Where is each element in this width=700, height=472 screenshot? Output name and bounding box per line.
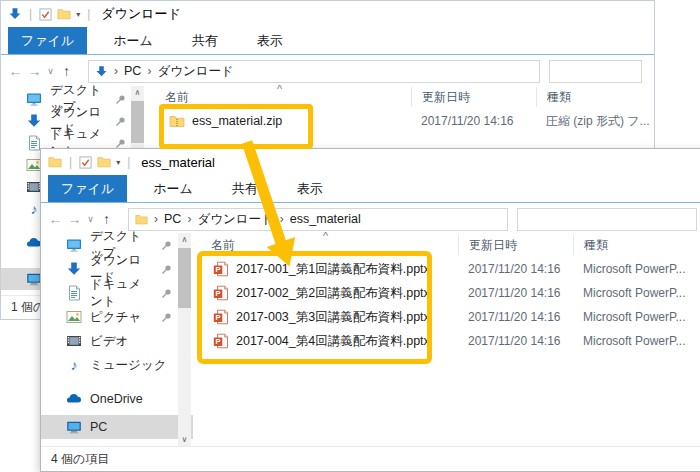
qat-caret-icon[interactable]: ▾ [116, 158, 120, 167]
powerpoint-file-icon: P [213, 333, 229, 349]
pin-icon [161, 312, 172, 323]
forward-button[interactable]: → [25, 63, 44, 79]
column-header-date[interactable]: 更新日時 [411, 87, 536, 107]
folder-icon [48, 155, 62, 169]
sidebar-label: OneDrive [90, 392, 143, 406]
tab-home[interactable]: ホーム [100, 27, 166, 54]
customize-checkbox-icon[interactable] [79, 156, 92, 169]
sidebar-item-onedrive[interactable]: OneDrive [41, 387, 193, 411]
column-headers: 名前 更新日時 種類 [149, 86, 654, 108]
column-headers: 名前 更新日時 種類 [195, 233, 700, 257]
qat-separator: | [127, 155, 130, 169]
music-icon: ♪ [66, 357, 82, 373]
crumb-sep-icon: › [280, 212, 284, 226]
file-date: 2017/11/20 14:16 [411, 114, 536, 128]
svg-text:P: P [215, 337, 220, 346]
file-name: 2017-003_第3回講義配布資料.pptx [236, 309, 430, 326]
column-header-type[interactable]: 種類 [573, 235, 700, 255]
back-button[interactable]: ← [46, 211, 65, 227]
tab-view[interactable]: 表示 [284, 175, 336, 202]
file-type: 圧縮 (zip 形式) フ... [536, 113, 650, 130]
file-name: 2017-004_第4回講義配布資料.pptx [236, 333, 430, 350]
downloads-icon [26, 113, 42, 129]
sort-indicator[interactable]: ^ [323, 230, 328, 242]
sidebar-item-pictures[interactable]: ピクチャ [41, 305, 193, 329]
sidebar-item-videos[interactable]: ビデオ [41, 329, 193, 353]
column-header-type[interactable]: 種類 [536, 87, 654, 107]
folder-icon[interactable] [57, 7, 71, 21]
column-header-date[interactable]: 更新日時 [458, 235, 573, 255]
desktop: | ▾ | ダウンロード ファイル ホーム 共有 表示 ← → ∨ ↑ › PC… [0, 0, 700, 472]
desktop-icon [66, 237, 82, 253]
svg-text:P: P [215, 313, 220, 322]
breadcrumb-downloads[interactable]: ダウンロード [197, 211, 273, 228]
address-bar[interactable]: › PC › ダウンロード [88, 60, 540, 83]
pin-icon [161, 240, 172, 251]
file-type: Microsoft PowerP... [573, 310, 685, 324]
svg-text:P: P [215, 265, 220, 274]
sidebar-label: ビデオ [90, 333, 128, 350]
qat-separator: | [29, 7, 32, 21]
window-body: デスクトップ ダウンロード ドキュメント ピクチャ [41, 233, 700, 447]
scroll-thumb[interactable] [178, 248, 191, 308]
desktop-icon [26, 91, 42, 107]
file-row[interactable]: P 2017-004_第4回講義配布資料.pptx 2017/11/20 14:… [195, 329, 700, 353]
scroll-up-button[interactable]: ∧ [178, 233, 191, 247]
file-row[interactable]: P 2017-003_第3回講義配布資料.pptx 2017/11/20 14:… [195, 305, 700, 329]
qat-caret-icon[interactable]: ▾ [76, 10, 80, 19]
file-row[interactable]: ess_material.zip 2017/11/20 14:16 圧縮 (zi… [149, 108, 654, 134]
sidebar-scrollbar[interactable]: ∧ ∨ [178, 233, 191, 447]
downloads-icon [66, 261, 82, 277]
pin-icon [115, 94, 126, 105]
sidebar-item-pc[interactable]: PC [41, 415, 193, 439]
back-button[interactable]: ← [6, 63, 25, 79]
tab-file[interactable]: ファイル [8, 27, 87, 54]
tab-share[interactable]: 共有 [219, 175, 271, 202]
file-type: Microsoft PowerP... [573, 286, 685, 300]
powerpoint-file-icon: P [213, 285, 229, 301]
file-row[interactable]: P 2017-001_第1回講義配布資料.pptx 2017/11/20 14:… [195, 257, 700, 281]
sort-indicator[interactable]: ^ [277, 83, 282, 95]
breadcrumb-ess-material[interactable]: ess_material [290, 212, 361, 226]
sidebar-item-music[interactable]: ♪ ミュージック [41, 353, 193, 377]
scroll-up-button[interactable]: ∧ [131, 86, 144, 100]
title-bar: | ▾ | ess_material [41, 149, 700, 175]
folder-icon[interactable] [97, 155, 111, 169]
scroll-thumb[interactable] [131, 101, 144, 143]
tab-share[interactable]: 共有 [179, 27, 231, 54]
tab-home[interactable]: ホーム [140, 175, 206, 202]
breadcrumb-downloads[interactable]: ダウンロード [157, 63, 233, 80]
up-button[interactable]: ↑ [57, 63, 76, 79]
file-date: 2017/11/20 14:16 [458, 286, 573, 300]
breadcrumb-pc[interactable]: PC [124, 64, 141, 78]
pin-icon [115, 138, 126, 149]
up-button[interactable]: ↑ [97, 211, 116, 227]
search-box[interactable] [549, 60, 642, 83]
recent-locations-button[interactable]: ∨ [84, 214, 97, 224]
scroll-down-button[interactable]: ∨ [178, 433, 191, 447]
file-date: 2017/11/20 14:16 [458, 262, 573, 276]
powerpoint-file-icon: P [213, 309, 229, 325]
file-list: ^ 名前 更新日時 種類 P 2017-001_第1回講義配布資料.pptx 2… [195, 233, 700, 447]
recent-locations-button[interactable]: ∨ [44, 66, 57, 76]
sidebar-label: ミュージック [90, 357, 166, 374]
file-name: ess_material.zip [192, 114, 282, 128]
folder-icon [135, 213, 148, 226]
crumb-sep-icon: › [114, 64, 118, 78]
address-bar[interactable]: › PC › ダウンロード › ess_material [128, 208, 508, 231]
customize-checkbox-icon[interactable] [39, 8, 52, 21]
sidebar-item-documents[interactable]: ドキュメント [41, 281, 193, 305]
file-row[interactable]: P 2017-002_第2回講義配布資料.pptx 2017/11/20 14:… [195, 281, 700, 305]
crumb-sep-icon: › [154, 212, 158, 226]
qat-separator: | [69, 155, 72, 169]
svg-text:P: P [215, 289, 220, 298]
crumb-sep-icon: › [147, 64, 151, 78]
forward-button[interactable]: → [65, 211, 84, 227]
tab-view[interactable]: 表示 [244, 27, 296, 54]
ribbon-tabs: ファイル ホーム 共有 表示 [1, 27, 654, 55]
breadcrumb-pc[interactable]: PC [164, 212, 181, 226]
search-box[interactable] [517, 208, 697, 231]
file-name: 2017-001_第1回講義配布資料.pptx [236, 261, 430, 278]
tab-file[interactable]: ファイル [48, 175, 127, 202]
window-title: ess_material [141, 155, 215, 170]
